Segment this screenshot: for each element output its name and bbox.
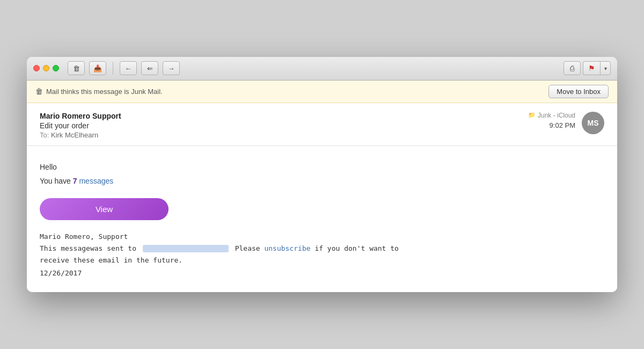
toolbar-separator (113, 62, 113, 75)
back-button[interactable]: ← (120, 61, 137, 75)
message-count: 7 (73, 177, 77, 185)
back-all-icon: ⇐ (147, 64, 153, 72)
email-header-content: Mario Romero Support Edit your order To:… (40, 112, 575, 139)
traffic-lights (33, 65, 59, 71)
close-button[interactable] (33, 65, 40, 71)
sender-sig: Mario Romero, Support (40, 231, 604, 243)
redacted-email (143, 245, 229, 252)
junk-message: Mail thinks this message is Junk Mail. (46, 88, 163, 96)
email-header-top: Mario Romero Support Edit your order To:… (40, 112, 575, 139)
junk-banner: 🗑 Mail thinks this message is Junk Mail.… (27, 81, 617, 103)
junk-icon: 🗑 (35, 87, 43, 96)
view-button-container: View (40, 198, 604, 231)
email-to-label: To: (40, 131, 49, 139)
view-button[interactable]: View (40, 198, 169, 220)
trash-icon: 🗑 (73, 64, 80, 72)
email-sender: Mario Romero Support (40, 112, 121, 120)
email-greeting: Hello (40, 161, 604, 173)
forward-button[interactable]: → (163, 61, 180, 75)
email-to: To: Kirk McElhearn (40, 131, 121, 139)
flag-button[interactable]: ⚑ (583, 61, 600, 75)
email-body: Hello You have 7 messages View Mario Rom… (27, 146, 617, 292)
mail-window: 🗑 📥 ← ⇐ → ⎙ ⚑ ▾ (27, 57, 617, 292)
archive-button[interactable]: 📥 (89, 61, 106, 75)
footer-line1-end: if you don't want to (314, 244, 399, 252)
email-time: 9:02 PM (550, 121, 575, 129)
message-suffix: messages (77, 177, 114, 185)
flag-icon: ⚑ (588, 64, 595, 72)
flag-dropdown-button[interactable]: ▾ (600, 61, 611, 75)
folder-icon: 📁 (528, 112, 536, 119)
forward-icon: → (168, 64, 175, 72)
footer-was-sent: was sent to (90, 244, 141, 252)
back-all-button[interactable]: ⇐ (141, 61, 158, 75)
email-date: 12/26/2017 (40, 267, 604, 279)
unsubscribe-link[interactable]: unsubscribe (264, 244, 310, 252)
archive-icon: 📥 (93, 64, 102, 72)
print-icon: ⎙ (570, 64, 574, 72)
print-button[interactable]: ⎙ (564, 61, 581, 75)
footer-line2: receive these email in the future. (40, 255, 604, 266)
folder-name: Junk - iCloud (538, 112, 575, 119)
footer-line1: This messagewas sent to Please unsubscri… (40, 243, 604, 255)
email-header: Mario Romero Support Edit your order To:… (27, 103, 617, 146)
email-folder: 📁 Junk - iCloud (528, 112, 575, 119)
email-header-left: Mario Romero Support Edit your order To:… (40, 112, 121, 139)
email-meta: 📁 Junk - iCloud 9:02 PM (528, 112, 575, 129)
maximize-button[interactable] (53, 65, 59, 71)
message-prefix: You have (40, 177, 73, 185)
email-subject: Edit your order (40, 121, 121, 130)
email-footer-text: Mario Romero, Support This messagewas se… (40, 231, 604, 279)
footer-line1-prefix: This message (40, 244, 90, 252)
toolbar-right: ⎙ ⚑ ▾ (564, 61, 611, 75)
move-to-inbox-button[interactable]: Move to Inbox (548, 85, 609, 98)
title-bar: 🗑 📥 ← ⇐ → ⎙ ⚑ ▾ (27, 57, 617, 81)
footer-please: Please (235, 244, 260, 252)
trash-button[interactable]: 🗑 (68, 61, 85, 75)
avatar: MS (582, 112, 604, 134)
junk-text: 🗑 Mail thinks this message is Junk Mail. (35, 87, 163, 96)
chevron-down-icon: ▾ (604, 66, 607, 71)
email-message-count: You have 7 messages (40, 175, 604, 187)
minimize-button[interactable] (43, 65, 49, 71)
back-icon: ← (125, 64, 132, 72)
email-to-address: Kirk McElhearn (51, 131, 98, 139)
